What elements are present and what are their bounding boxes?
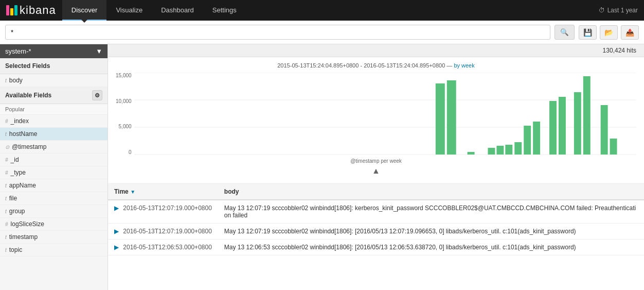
field-group[interactable]: t group	[0, 205, 108, 218]
save-button[interactable]: 💾	[579, 25, 597, 40]
hits-bar: 130,424 hits	[108, 44, 644, 57]
svg-rect-8	[496, 146, 504, 155]
nav-discover[interactable]: Discover	[62, 0, 107, 21]
kibana-logo: kibana	[0, 0, 62, 21]
time-col-label: Time	[114, 188, 129, 195]
svg-rect-14	[559, 97, 566, 155]
time-range-label: Last 1 year	[607, 7, 638, 14]
nav-dashboard[interactable]: Dashboard	[152, 0, 203, 21]
y-label-15000: 15,000	[116, 73, 132, 78]
field-type[interactable]: # _type	[0, 166, 108, 179]
field-label-group: group	[9, 208, 25, 215]
field-icon-topic: t	[5, 247, 7, 253]
field-label-type: _type	[11, 169, 26, 176]
y-label-10000: 10,000	[116, 98, 132, 104]
table-row: ▶ 2016-05-13T12:06:53.000+0800 May 13 12…	[108, 240, 644, 255]
nav-items: Discover Visualize Dashboard Settings	[62, 0, 246, 21]
results-table: Time ▼ body ▶ 2016-05-13T12:07:19.000+08…	[108, 184, 644, 255]
index-dropdown-icon: ▼	[96, 47, 102, 55]
field-file[interactable]: t file	[0, 192, 108, 205]
field-logslicesize[interactable]: # logSliceSize	[0, 218, 108, 231]
y-axis: 15,000 10,000 5,000 0	[116, 73, 132, 155]
search-right-icons: 💾 📂 📤	[579, 25, 639, 40]
open-button[interactable]: 📂	[600, 25, 618, 40]
sidebar: system-* ▼ Selected Fields t body Availa…	[0, 44, 108, 290]
field-icon-timestamp: ⊙	[5, 144, 9, 150]
chart-title: 2015-05-13T15:24:04.895+0800 - 2016-05-1…	[116, 62, 636, 69]
share-button[interactable]: 📤	[621, 25, 639, 40]
svg-rect-15	[574, 92, 581, 155]
search-input[interactable]	[5, 25, 550, 40]
nav-visualize[interactable]: Visualize	[106, 0, 152, 21]
field-label-appname: appName	[9, 182, 36, 189]
expand-icon-0[interactable]: ▶	[114, 204, 119, 212]
index-pattern-header[interactable]: system-* ▼	[0, 44, 108, 58]
table-cell-body-0: May 13 12:07:19 scccobbler02 winbindd[18…	[218, 200, 644, 224]
time-value-2: 2016-05-13T12:06:53.000+0800	[123, 244, 211, 251]
field-timestamp2[interactable]: t timestamp	[0, 231, 108, 244]
chart-container: 2015-05-13T15:24:04.895+0800 - 2016-05-1…	[108, 57, 644, 184]
field-label-logslicesize: logSliceSize	[11, 220, 44, 228]
field-type-icon-body: t	[5, 78, 7, 83]
field-label-timestamp2: timestamp	[9, 233, 38, 241]
content-area: 130,424 hits 2015-05-13T15:24:04.895+080…	[108, 44, 644, 290]
svg-rect-13	[549, 101, 557, 155]
search-bar: 🔍 💾 📂 📤	[0, 21, 644, 44]
field-icon-file: t	[5, 196, 7, 201]
chart-bars-area: 2015-06-01 2015-07-01 2015-08-01 2015-09…	[134, 73, 636, 157]
logo-text: kibana	[20, 4, 56, 17]
field-index[interactable]: # _index	[0, 115, 108, 128]
index-pattern-label: system-*	[5, 47, 31, 55]
by-week-link[interactable]: by week	[454, 62, 474, 69]
field-hostname[interactable]: t hostName	[0, 128, 108, 141]
chart-x-label: @timestamp per week	[116, 158, 636, 164]
table-cell-time-0: ▶ 2016-05-13T12:07:19.000+0800	[108, 200, 218, 224]
table-cell-time-2: ▶ 2016-05-13T12:06:53.000+0800	[108, 240, 218, 255]
field-timestamp[interactable]: ⊙ @timestamp	[0, 141, 108, 153]
svg-rect-11	[524, 126, 531, 155]
y-label-5000: 5,000	[116, 124, 132, 129]
svg-rect-12	[533, 122, 540, 155]
field-id[interactable]: # _id	[0, 153, 108, 166]
field-appname[interactable]: t appName	[0, 179, 108, 192]
logo-bars	[6, 5, 17, 15]
time-range[interactable]: ⏱ Last 1 year	[599, 7, 644, 14]
collapse-chart-button[interactable]: ▲	[116, 164, 636, 178]
table-cell-body-2: May 13 12:06:53 scccobbler02 winbindd[18…	[218, 240, 644, 255]
field-icon-hostname: t	[5, 131, 7, 137]
popular-label: Popular	[0, 104, 108, 115]
main-layout: system-* ▼ Selected Fields t body Availa…	[0, 44, 644, 290]
svg-rect-5	[446, 80, 456, 155]
nav-settings[interactable]: Settings	[203, 0, 246, 21]
table-header-row: Time ▼ body	[108, 184, 644, 200]
logo-bar-pink	[6, 5, 9, 15]
svg-rect-9	[505, 145, 512, 155]
svg-rect-17	[600, 105, 607, 155]
available-fields-title: Available Fields	[5, 92, 51, 99]
expand-icon-2[interactable]: ▶	[114, 244, 119, 251]
search-button[interactable]: 🔍	[554, 25, 575, 40]
field-label-topic: topic	[9, 246, 22, 253]
field-topic[interactable]: t topic	[0, 244, 108, 257]
table-row: ▶ 2016-05-13T12:07:19.000+0800 May 13 12…	[108, 200, 644, 224]
available-fields-header: Available Fields ⚙	[0, 87, 108, 104]
field-label-hostname: hostName	[9, 130, 38, 138]
expand-icon-1[interactable]: ▶	[114, 228, 119, 235]
time-value-0: 2016-05-13T12:07:19.000+0800	[123, 204, 211, 212]
sort-icon: ▼	[130, 189, 135, 195]
logo-bar-teal	[14, 5, 17, 15]
field-label-id: _id	[11, 156, 19, 163]
chart-date-range: 2015-05-13T15:24:04.895+0800 - 2016-05-1…	[277, 62, 445, 69]
field-icon-logslicesize: #	[5, 221, 8, 227]
clock-icon: ⏱	[599, 7, 605, 14]
selected-field-body[interactable]: t body	[0, 74, 108, 87]
field-label-timestamp: @timestamp	[12, 143, 47, 150]
chart-dash: —	[446, 62, 454, 69]
chart-svg: 2015-06-01 2015-07-01 2015-08-01 2015-09…	[134, 73, 636, 155]
gear-button[interactable]: ⚙	[92, 90, 102, 100]
field-label-file: file	[9, 195, 17, 202]
top-navigation: kibana Discover Visualize Dashboard Sett…	[0, 0, 644, 21]
svg-rect-6	[467, 152, 474, 155]
col-header-time[interactable]: Time ▼	[108, 184, 218, 200]
logo-bar-yellow	[10, 8, 13, 15]
